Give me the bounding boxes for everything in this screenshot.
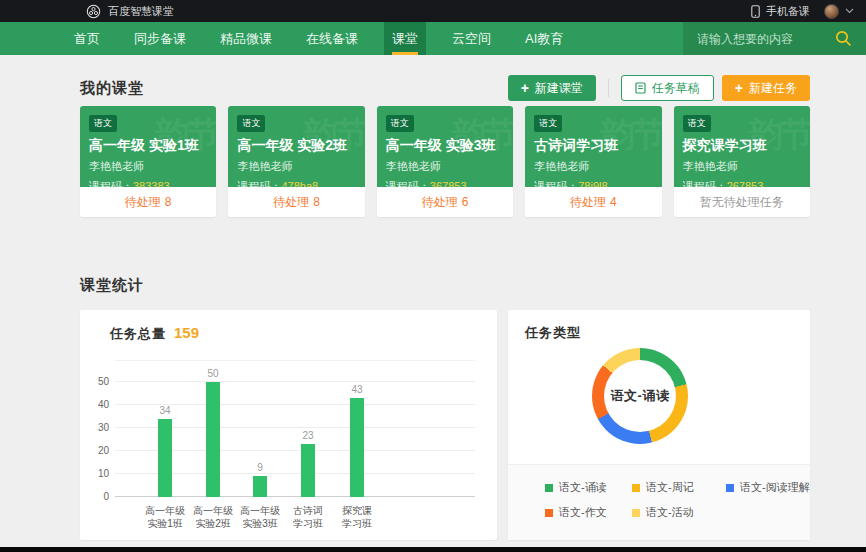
y-axis-tick: 0 (85, 491, 109, 502)
pending-status[interactable]: 待处理4 (525, 187, 661, 217)
subject-badge: 语文 (386, 115, 414, 132)
bar-value-label: 50 (193, 368, 233, 379)
course-code-value: 78j9l8 (578, 180, 607, 187)
pending-count: 8 (313, 195, 320, 209)
legend-item: 语文-活动 (632, 505, 726, 520)
mobile-prep-link[interactable]: 手机备课 (766, 4, 810, 19)
main-content: 我的课堂 + 新建课堂 任务草稿 + 新建任务 语文高一年级 实验1班李艳艳老师… (80, 75, 810, 540)
pending-label: 待处理 (570, 194, 606, 211)
pie-legend: 语文-诵读语文-周记语文-阅读理解语文-作文语文-活动 (508, 464, 810, 540)
task-draft-label: 任务草稿 (652, 80, 700, 97)
teacher-name: 李艳艳老师 (534, 159, 652, 174)
category-line-1: 探究课 (325, 504, 389, 517)
pending-status[interactable]: 暂无待处理任务 (674, 187, 810, 217)
class-card[interactable]: 语文高一年级 实验1班李艳艳老师课程码：383383待处理8 (80, 106, 216, 217)
donut-hole: 语文-诵读 (604, 360, 676, 432)
bar (301, 444, 315, 497)
bar-value-label: 23 (288, 430, 328, 441)
plus-icon: + (521, 81, 529, 95)
legend-label: 语文-作文 (559, 505, 607, 520)
pending-label: 待处理 (273, 194, 309, 211)
chevron-down-icon[interactable] (845, 8, 854, 14)
class-card-header: 语文高一年级 实验2班李艳艳老师课程码：478ha8 (228, 106, 364, 187)
task-total-count: 159 (174, 324, 199, 341)
pending-label: 待处理 (422, 194, 458, 211)
class-name: 高一年级 实验2班 (237, 137, 355, 155)
class-name: 高一年级 实验3班 (386, 137, 504, 155)
nav-item-home[interactable]: 首页 (66, 22, 108, 55)
course-code-label: 课程码： (386, 180, 430, 187)
pending-count: 8 (165, 195, 172, 209)
bar (253, 476, 267, 497)
task-draft-button[interactable]: 任务草稿 (621, 75, 714, 101)
y-axis-tick: 10 (85, 468, 109, 479)
pie-chart-title: 任务类型 (525, 324, 581, 342)
pending-status[interactable]: 待处理8 (80, 187, 216, 217)
course-code-value: 478ha8 (281, 180, 318, 187)
legend-item: 语文-周记 (632, 480, 726, 495)
legend-label: 语文-周记 (646, 480, 694, 495)
main-nav: 首页同步备课精品微课在线备课课堂云空间AI教育 (0, 22, 866, 55)
course-code-label: 课程码： (89, 180, 133, 187)
search-icon[interactable] (835, 30, 852, 47)
user-avatar[interactable] (824, 4, 839, 19)
course-code: 课程码：478ha8 (237, 179, 355, 187)
gridline (115, 381, 475, 382)
bar-value-label: 9 (240, 462, 280, 473)
bar (158, 419, 172, 497)
bar-chart-plot: 34高一年级实验1班50高一年级实验2班9高一年级实验3班23古诗词学习班43探… (115, 360, 475, 497)
nav-item-online-prep[interactable]: 在线备课 (298, 22, 366, 55)
nav-item-ai-edu[interactable]: AI教育 (517, 22, 571, 55)
donut-chart: 语文-诵读 (592, 348, 688, 444)
search-box[interactable] (683, 22, 866, 55)
bar (350, 398, 364, 497)
nav-item-classroom[interactable]: 课堂 (384, 22, 426, 55)
course-code-label: 课程码： (683, 180, 727, 187)
pending-status[interactable]: 待处理8 (228, 187, 364, 217)
logo: 百度智慧课堂 (86, 4, 174, 19)
teacher-name: 李艳艳老师 (683, 159, 801, 174)
search-input[interactable] (697, 32, 835, 46)
legend-label: 语文-诵读 (559, 480, 607, 495)
legend-row: 语文-诵读语文-周记语文-阅读理解 (545, 480, 810, 495)
class-card[interactable]: 语文高一年级 实验3班李艳艳老师课程码：367853待处理6 (377, 106, 513, 217)
plus-icon: + (735, 81, 743, 95)
nav-item-micro-course[interactable]: 精品微课 (212, 22, 280, 55)
legend-label: 语文-活动 (646, 505, 694, 520)
task-type-card: 任务类型 语文-诵读 语文-诵读语文-周记语文-阅读理解语文-作文语文-活动 (508, 310, 810, 540)
class-card-header: 语文探究课学习班李艳艳老师课程码：267853 (674, 106, 810, 187)
bar-chart-area: 34高一年级实验1班50高一年级实验2班9高一年级实验3班23古诗词学习班43探… (85, 360, 485, 530)
legend-label: 语文-阅读理解 (740, 480, 810, 495)
subject-badge: 语文 (683, 115, 711, 132)
legend-swatch (545, 509, 553, 517)
app-title: 百度智慧课堂 (108, 4, 174, 19)
legend-swatch (726, 484, 734, 492)
pending-status[interactable]: 待处理6 (377, 187, 513, 217)
window-edge (0, 547, 866, 552)
class-card[interactable]: 语文探究课学习班李艳艳老师课程码：267853暂无待处理任务 (674, 106, 810, 217)
y-axis-tick: 20 (85, 445, 109, 456)
subject-badge: 语文 (89, 115, 117, 132)
class-card[interactable]: 语文古诗词学习班李艳艳老师课程码：78j9l8待处理4 (525, 106, 661, 217)
pending-count: 4 (610, 195, 617, 209)
donut-center-label: 语文-诵读 (611, 387, 670, 405)
new-class-button[interactable]: + 新建课堂 (508, 75, 596, 101)
legend-swatch (632, 484, 640, 492)
new-task-button[interactable]: + 新建任务 (722, 75, 810, 101)
bar (206, 382, 220, 497)
course-code-label: 课程码： (534, 180, 578, 187)
no-pending-label: 暂无待处理任务 (700, 194, 784, 211)
course-code-label: 课程码： (237, 180, 281, 187)
class-name: 探究课学习班 (683, 137, 801, 155)
bar-value-label: 43 (337, 384, 377, 395)
nav-item-sync-prep[interactable]: 同步备课 (126, 22, 194, 55)
bar-category-label: 探究课学习班 (325, 504, 389, 530)
course-code: 课程码：78j9l8 (534, 179, 652, 187)
y-axis-tick: 40 (85, 399, 109, 410)
my-classes-title: 我的课堂 (80, 79, 144, 98)
task-total-card: 任务总量 159 34高一年级实验1班50高一年级实验2班9高一年级实验3班23… (80, 310, 497, 540)
nav-item-cloud-space[interactable]: 云空间 (444, 22, 499, 55)
class-card[interactable]: 语文高一年级 实验2班李艳艳老师课程码：478ha8待处理8 (228, 106, 364, 217)
course-code-value: 367853 (430, 180, 467, 187)
bar-chart-title: 任务总量 (110, 325, 166, 343)
